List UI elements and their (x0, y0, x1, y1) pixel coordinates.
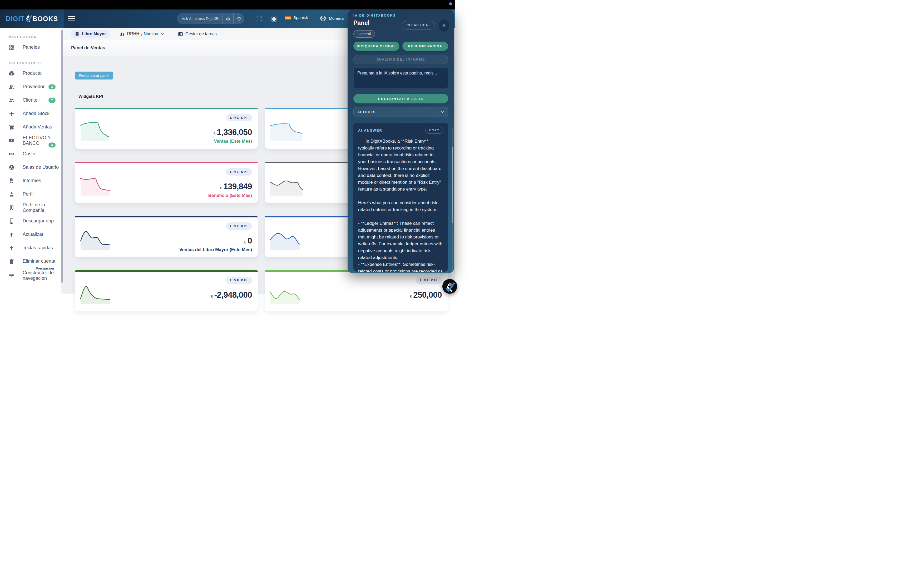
context-chip-general[interactable]: General (353, 30, 375, 38)
apps-grid-icon[interactable] (270, 15, 278, 23)
sidebar-item-label: Añadir Stock (23, 111, 50, 116)
kpi-card-right-4[interactable]: LIVE KPI € 250,000 (265, 270, 448, 294)
live-kpi-badge: LIVE KPI (226, 277, 252, 284)
fullscreen-icon[interactable] (255, 15, 263, 23)
ask-ai-button[interactable]: PREGUNTAR A LA IA (353, 94, 448, 103)
kpi-label: Ventas del Libro Mayor (Este Mes) (179, 247, 252, 252)
tab-libro-mayor[interactable]: Libro Mayor (71, 30, 110, 39)
sidebar-item-perfil-compania[interactable]: Perfil de la Compañía (0, 201, 63, 214)
card-accent-bar (75, 162, 258, 163)
kpi-value: € 139,849 (220, 182, 252, 191)
chevron-down-icon (441, 111, 444, 113)
currency-exchange-icon: $ € (319, 15, 327, 22)
sidebar-item-perfil[interactable]: Perfil (0, 187, 63, 201)
building-icon (9, 205, 15, 210)
tab-gestor-de-tareas[interactable]: Gestor de tareas (175, 30, 220, 39)
user-icon (9, 191, 15, 197)
sparkline-chart (269, 116, 309, 141)
live-kpi-badge: LIVE KPI (226, 168, 252, 176)
close-icon[interactable]: ✕ (439, 19, 449, 32)
sparkline-chart (79, 116, 119, 141)
robot-icon[interactable] (222, 13, 233, 24)
sidebar-item-teclas-rapidas[interactable]: Teclas rapidas (0, 241, 63, 255)
users-icon (9, 97, 15, 103)
language-selector[interactable]: Spanish (285, 15, 308, 20)
sidebar-item-label: Añadir Ventas (23, 124, 52, 130)
sidebar-item-label: Teclas rapidas (23, 245, 53, 250)
sidebar-item-eliminar-cuenta[interactable]: Eliminar cuenta Precaucion (0, 255, 63, 268)
menu-toggle-button[interactable] (68, 16, 75, 22)
sidebar-item-producto[interactable]: Producto (0, 66, 63, 80)
sidebar-item-anadir-stock[interactable]: Añadir Stock (0, 107, 63, 120)
sidebar-item-label: Cliente (23, 97, 37, 103)
logo-check-icon (24, 14, 32, 23)
user-circle-icon (9, 165, 15, 170)
svg-text:€: € (324, 17, 325, 20)
sliders-icon (9, 273, 15, 278)
chevron-down-icon (161, 33, 164, 35)
ai-panel-scrollbar-thumb[interactable] (452, 147, 453, 223)
summarize-page-button[interactable]: RESUMIR PAGINA (402, 42, 448, 51)
brand-floating-button[interactable] (442, 279, 455, 294)
sidebar-item-constructor-navegacion[interactable]: Constructor de navegacion (0, 268, 63, 283)
sidebar-item-descargar-app[interactable]: Descargar app (0, 214, 63, 228)
kpi-card-ventas-libro-mayor[interactable]: LIVE KPI € 0 Ventas del Libro Mayor (Est… (75, 216, 258, 257)
ai-question-input[interactable] (353, 67, 448, 89)
ai-tools-label: AI TOOLS (357, 110, 375, 114)
sidebar-item-salas-de-usuario[interactable]: Salas de Usuario (0, 161, 63, 174)
tab-rrhh-nomina[interactable]: RRHH y Nómina (116, 30, 168, 39)
logo-check-icon (444, 281, 455, 292)
sidebar-section-navigation: NAVEGACIÓN (8, 35, 63, 39)
money-check-icon: $ (9, 151, 15, 157)
customize-panel-button[interactable]: Personalizar panel (75, 72, 113, 79)
kpi-card-beneficio[interactable]: LIVE KPI € 139,849 Beneficio (Este Mes) (75, 162, 258, 203)
sidebar-item-anadir-ventas[interactable]: Añadir Ventas (0, 120, 63, 134)
ai-panel-eyebrow: IA DE DIGITXBOOKS (353, 14, 448, 17)
hr-people-gear-icon (120, 32, 125, 37)
kpi-card-ventas[interactable]: LIVE KPI € 1,336,050 Ventas (Este Mes) (75, 108, 258, 149)
sparkline-chart (79, 171, 119, 195)
sidebar-item-actualizar[interactable]: Actualizar (0, 228, 63, 241)
sidebar-item-gasto[interactable]: $ Gasto (0, 147, 63, 161)
tab-label: Gestor de tareas (185, 32, 217, 36)
logo-text-books: BOOKS (32, 15, 58, 23)
page-title: Panel de Ventas (71, 45, 105, 50)
report-analysis-button[interactable]: ANALISIS DEL INFORME (353, 55, 448, 64)
svg-text:$: $ (321, 17, 322, 20)
ai-search-bar (177, 13, 244, 24)
sidebar-item-label: Perfil de la Compañía (23, 202, 63, 213)
sidebar-section-applications: APLICACIONES (8, 61, 63, 65)
search-input[interactable] (177, 16, 222, 21)
copy-button[interactable]: COPY (425, 127, 443, 134)
sidebar-item-efectivo-y-banco[interactable]: EFECTIVO Y BANCO 4 (0, 134, 63, 147)
app-logo[interactable]: DIGIT BOOKS (0, 10, 64, 28)
card-accent-bar (75, 270, 258, 271)
kpi-label: Beneficio (Este Mes) (208, 193, 252, 198)
trash-icon (9, 258, 15, 264)
sidebar-item-label: Proveedor (23, 84, 45, 89)
sidebar-scrollbar-thumb[interactable] (61, 30, 63, 283)
global-search-button[interactable]: BUSQUEDA GLOBAL (353, 42, 399, 51)
live-kpi-badge: LIVE KPI (226, 114, 252, 121)
ai-tools-dropdown[interactable]: AI TOOLS (353, 107, 448, 117)
currency-selector[interactable]: $ € Moneda (319, 15, 344, 22)
sidebar-item-label: Actualizar (23, 232, 44, 237)
sidebar-item-paneles[interactable]: Paneles (0, 40, 63, 54)
kpi-card-row4-left[interactable]: LIVE KPI € -2,948,000 (75, 270, 258, 294)
ai-answer-card: AI ANSWER COPY In DigitXBooks, a **Risk … (353, 123, 448, 271)
count-badge: 2 (48, 98, 55, 103)
arrow-up-icon (9, 232, 15, 237)
sidebar-item-proveedor[interactable]: Proveedor 2 (0, 80, 63, 94)
clear-chat-button[interactable]: CLEAR CHAT (402, 21, 435, 29)
sidebar-item-label: Producto (23, 71, 42, 76)
live-kpi-badge: LIVE KPI (416, 277, 442, 284)
kpi-value: € 0 (244, 236, 252, 246)
learn-icon[interactable] (233, 13, 244, 24)
sparkline-chart (79, 225, 119, 250)
sidebar-item-informes[interactable]: Informes (0, 174, 63, 187)
sparkline-chart (269, 225, 309, 250)
sidebar-item-cliente[interactable]: Cliente 2 (0, 94, 63, 107)
sparkline-chart (269, 171, 309, 195)
logo-text-digit: DIGIT (6, 15, 25, 23)
card-accent-bar (75, 108, 258, 109)
